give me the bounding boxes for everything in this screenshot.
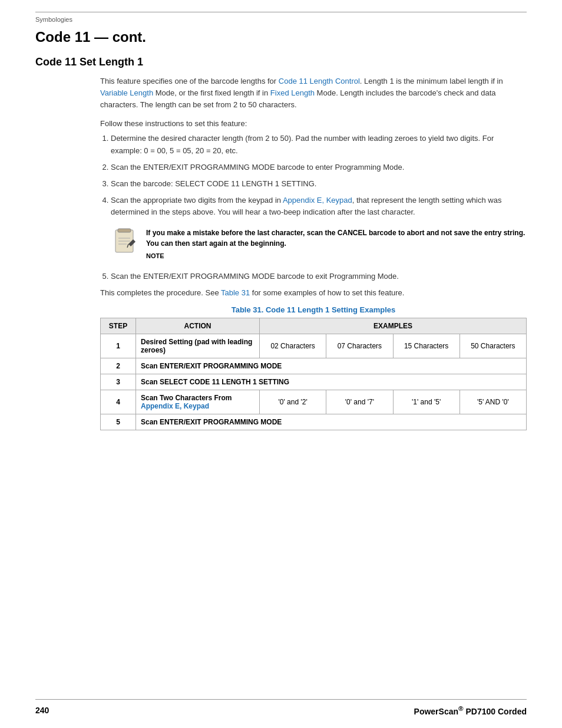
note-text-block: If you make a mistake before the last ch… bbox=[146, 228, 527, 261]
intro-text: This feature specifies one of the barcod… bbox=[100, 75, 527, 111]
footer-product-name: PowerScan® PD7100 Corded bbox=[414, 704, 527, 716]
svg-rect-1 bbox=[118, 229, 131, 232]
example-4-col2: '0' and '7' bbox=[326, 390, 393, 414]
table-row: 2 Scan ENTER/EXIT PROGRAMMING MODE bbox=[101, 358, 527, 374]
section-title: Code 11 Set Length 1 bbox=[35, 56, 527, 68]
table-row: 5 Scan ENTER/EXIT PROGRAMMING MODE bbox=[101, 414, 527, 430]
action-3: Scan SELECT CODE 11 LENGTH 1 SETTING bbox=[136, 374, 527, 390]
example-4-col3: '1' and '5' bbox=[393, 390, 459, 414]
link-appendix-e[interactable]: Appendix E, Keypad bbox=[283, 196, 352, 205]
note-text: If you make a mistake before the last ch… bbox=[146, 228, 527, 249]
link-variable-length[interactable]: Variable Length bbox=[100, 88, 153, 97]
table-header-row: STEP ACTION EXAMPLES bbox=[101, 318, 527, 334]
link-table31[interactable]: Table 31 bbox=[221, 288, 250, 297]
step-5: Scan the ENTER/EXIT PROGRAMMING MODE bar… bbox=[111, 271, 527, 282]
intro-part3: Mode, or the first fixed length if in bbox=[153, 88, 270, 97]
example-4-col1: '0' and '2' bbox=[260, 390, 326, 414]
action-1: Desired Setting (pad with leading zeroes… bbox=[136, 334, 260, 358]
step-num-3: 3 bbox=[101, 374, 136, 390]
steps-list: Determine the desired character length (… bbox=[111, 133, 527, 282]
breadcrumb: Symbologies bbox=[35, 16, 527, 23]
link-length-control[interactable]: Code 11 Length Control bbox=[279, 77, 360, 85]
intro-part1: This feature specifies one of the barcod… bbox=[100, 77, 279, 85]
page-footer: 240 PowerScan® PD7100 Corded bbox=[35, 699, 527, 716]
page-title: Code 11 — cont. bbox=[35, 29, 527, 45]
link-fixed-length[interactable]: Fixed Length bbox=[270, 88, 315, 97]
example-1-col2: 07 Characters bbox=[326, 334, 393, 358]
step-4: Scan the appropriate two digits from the… bbox=[111, 195, 527, 261]
table-row: 4 Scan Two Characters From Appendix E, K… bbox=[101, 390, 527, 414]
step-1: Determine the desired character length (… bbox=[111, 133, 527, 156]
example-1-col4: 50 Characters bbox=[459, 334, 526, 358]
table-row: 1 Desired Setting (pad with leading zero… bbox=[101, 334, 527, 358]
top-rule bbox=[35, 12, 527, 12]
completion-text: This completes the procedure. See Table … bbox=[100, 288, 527, 297]
page-container: Symbologies Code 11 — cont. Code 11 Set … bbox=[0, 0, 562, 462]
action-4: Scan Two Characters From Appendix E, Key… bbox=[136, 390, 260, 414]
col-header-examples: EXAMPLES bbox=[260, 318, 527, 334]
intro-block: This feature specifies one of the barcod… bbox=[100, 75, 527, 430]
col-header-step: STEP bbox=[101, 318, 136, 334]
notepad-icon bbox=[111, 228, 139, 256]
step-num-2: 2 bbox=[101, 358, 136, 374]
step-2: Scan the ENTER/EXIT PROGRAMMING MODE bar… bbox=[111, 162, 527, 173]
col-header-action: ACTION bbox=[136, 318, 260, 334]
step-num-1: 1 bbox=[101, 334, 136, 358]
example-1-col1: 02 Characters bbox=[260, 334, 326, 358]
intro-part2: . Length 1 is the minimum label length i… bbox=[360, 77, 503, 85]
table-row: 3 Scan SELECT CODE 11 LENGTH 1 SETTING bbox=[101, 374, 527, 390]
note-label: NOTE bbox=[146, 251, 527, 261]
link-appendix-e-table[interactable]: Appendix E, Keypad bbox=[141, 402, 209, 410]
instructions-label: Follow these instructions to set this fe… bbox=[100, 119, 527, 128]
step-3: Scan the barcode: SELECT CODE 11 LENGTH … bbox=[111, 178, 527, 190]
action-5: Scan ENTER/EXIT PROGRAMMING MODE bbox=[136, 414, 527, 430]
example-4-col4: '5' AND '0' bbox=[459, 390, 526, 414]
action-2: Scan ENTER/EXIT PROGRAMMING MODE bbox=[136, 358, 527, 374]
table-title: Table 31. Code 11 Length 1 Setting Examp… bbox=[100, 305, 527, 314]
note-box: If you make a mistake before the last ch… bbox=[111, 228, 527, 261]
note-icon bbox=[111, 228, 139, 256]
example-1-col3: 15 Characters bbox=[393, 334, 459, 358]
step-num-4: 4 bbox=[101, 390, 136, 414]
data-table: STEP ACTION EXAMPLES 1 Desired Setting (… bbox=[100, 318, 527, 430]
footer-page-number: 240 bbox=[35, 706, 49, 715]
step-num-5: 5 bbox=[101, 414, 136, 430]
